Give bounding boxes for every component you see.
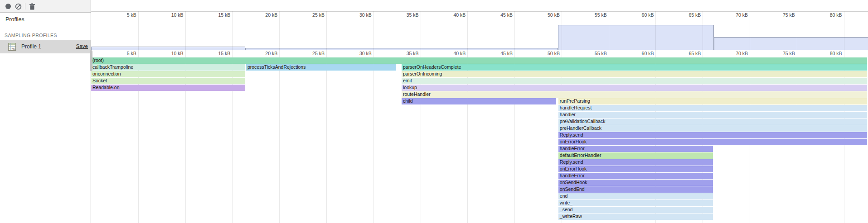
flame-frame-callbacktrampoline[interactable]: callbackTrampoline — [91, 64, 245, 71]
flame-gridline — [326, 50, 327, 223]
flame-ruler-tick-label: 40 kB — [453, 51, 467, 56]
overview-ruler-tick-label: 25 kB — [312, 12, 326, 18]
overview-ruler-tick-label: 75 kB — [783, 12, 797, 18]
clear-icon — [15, 3, 22, 10]
flame-ruler-tick-label: 75 kB — [783, 51, 797, 56]
flame-ruler-tick-label: 65 kB — [689, 51, 703, 56]
flame-frame-routehandler[interactable]: routeHandler — [402, 91, 867, 98]
overview-ruler-tick-label: 50 kB — [548, 12, 562, 18]
flame-ruler-tick-label: 70 kB — [736, 51, 750, 56]
flame-frame-prehandlercallback[interactable]: preHandlerCallback — [558, 125, 867, 132]
overview-ruler-tick-label: 65 kB — [689, 12, 703, 18]
flame-frame-processticksandrejections[interactable]: processTicksAndRejections — [246, 64, 396, 71]
flame-chart-pane: 5 kB5 kB10 kB10 kB15 kB15 kB20 kB20 kB25… — [91, 0, 868, 223]
flame-ruler-tick-label: 35 kB — [407, 51, 421, 56]
overview-segment[interactable] — [558, 25, 714, 50]
overview-ruler-tick-label: 40 kB — [453, 12, 467, 18]
flame-frame--writeraw[interactable]: _writeRaw — [558, 214, 713, 220]
save-profile-link[interactable]: Save — [76, 43, 88, 49]
vertical-scrollbar-thumb[interactable] — [90, 50, 92, 71]
record-button[interactable] — [4, 2, 12, 10]
profiler-window: { "toolbar": { "view_selector_label": "C… — [0, 0, 868, 223]
flame-frame-onerrorhook[interactable]: onErrorHook — [558, 166, 713, 172]
profile-icon: % — [8, 43, 16, 51]
toolbar-separator — [25, 3, 25, 9]
flame-frame-readable-on[interactable]: Readable.on — [91, 85, 245, 91]
flame-gridline — [373, 50, 374, 223]
flame-ruler-tick-label: 10 kB — [171, 51, 185, 56]
overview-gridline — [326, 11, 327, 50]
flame-frame-handleerror[interactable]: handleError — [558, 146, 713, 152]
flame-frame-onconnection[interactable]: onconnection — [91, 71, 245, 77]
overview-ruler-tick-label: 55 kB — [595, 12, 609, 18]
flame-ruler-tick-label: 45 kB — [500, 51, 514, 56]
page-title: Profiles — [5, 16, 24, 23]
overview-gridline — [232, 11, 233, 50]
overview-ruler-tick-label: 35 kB — [407, 12, 421, 18]
sampling-profiles-section-header: SAMPLING PROFILES — [5, 33, 57, 38]
overview-ruler-tick-label: 70 kB — [736, 12, 750, 18]
flame-ruler-tick-label: 30 kB — [359, 51, 373, 56]
flame-frame-reply-send[interactable]: Reply.send — [558, 159, 713, 166]
flame-frame-emit[interactable]: emit — [402, 78, 867, 84]
overview-ruler-tick-label: 80 kB — [830, 12, 844, 18]
sidebar-item-profile-1[interactable]: % Profile 1 Save — [0, 40, 91, 53]
trash-icon — [29, 3, 35, 10]
flame-frame-defaulterrorhandler[interactable]: defaultErrorHandler — [558, 152, 713, 159]
flame-frame-lookup[interactable]: lookup — [402, 85, 867, 91]
flame-frame-handleerror[interactable]: handleError — [558, 173, 713, 179]
flame-frame-reply-send[interactable]: Reply.send — [558, 132, 867, 138]
overview-ruler-tick-label: 45 kB — [500, 12, 514, 18]
flame-frame-end[interactable]: end — [558, 193, 713, 199]
overview-gridline — [373, 11, 374, 50]
clear-all-button[interactable] — [14, 2, 22, 10]
overview-segment[interactable] — [91, 47, 245, 50]
overview-segment[interactable] — [245, 48, 558, 50]
flame-frame-onsendhook[interactable]: onSendHook — [558, 180, 713, 186]
svg-text:%: % — [12, 47, 15, 51]
flame-frame--root-[interactable]: (root) — [91, 57, 867, 64]
flame-ruler-tick-label: 55 kB — [595, 51, 609, 56]
toolbar — [0, 0, 91, 13]
flame-ruler-tick-label: 50 kB — [548, 51, 562, 56]
flame-frame-handlerequest[interactable]: handleRequest — [558, 105, 867, 111]
overview-ruler-tick-label: 60 kB — [642, 12, 656, 18]
flame-ruler-tick-label: 25 kB — [312, 51, 326, 56]
flame-frame-child[interactable]: child — [402, 98, 556, 104]
overview-ruler-tick-label: 5 kB — [127, 12, 138, 18]
overview-ruler-tick-label: 30 kB — [359, 12, 373, 18]
overview-gridline — [138, 11, 139, 50]
flame-frame-prevalidationcallback[interactable]: preValidationCallback — [558, 119, 867, 125]
flame-frame-write-[interactable]: write_ — [558, 200, 713, 206]
flame-ruler-tick-label: 20 kB — [265, 51, 279, 56]
chart-top-border — [91, 11, 868, 12]
delete-profile-button[interactable] — [28, 2, 36, 10]
flame-frame-onerrorhook[interactable]: onErrorHook — [558, 139, 867, 145]
sidebar: Profiles SAMPLING PROFILES % Profile 1 S… — [0, 13, 91, 223]
flame-frame-onsendend[interactable]: onSendEnd — [558, 186, 713, 193]
overview-ruler-tick-label: 20 kB — [265, 12, 279, 18]
flame-ruler-tick-label: 5 kB — [127, 51, 138, 56]
overview-gridline — [279, 11, 280, 50]
flame-frame-handler[interactable]: handler — [558, 112, 867, 118]
overview-ruler-tick-label: 15 kB — [218, 12, 233, 18]
record-icon — [5, 3, 11, 9]
flame-ruler-tick-label: 80 kB — [830, 51, 844, 56]
overview-gridline — [467, 11, 468, 50]
flame-gridline — [279, 50, 280, 223]
flame-ruler-tick-label: 15 kB — [218, 51, 233, 56]
flame-frame-runpreparsing[interactable]: runPreParsing — [558, 98, 867, 104]
overview-ruler-tick-label: 10 kB — [171, 12, 185, 18]
flame-frame-socket[interactable]: Socket — [91, 78, 245, 84]
overview-gridline — [185, 11, 186, 50]
overview-segment[interactable] — [714, 37, 868, 50]
flame-frame-parseronincoming[interactable]: parserOnIncoming — [402, 71, 867, 77]
flame-frame-parseronheaderscomplete[interactable]: parserOnHeadersComplete — [402, 64, 867, 71]
profile-name: Profile 1 — [21, 43, 41, 50]
overview-gridline — [514, 11, 515, 50]
overview-gridline — [421, 11, 421, 50]
flame-ruler-tick-label: 60 kB — [642, 51, 656, 56]
flame-frame--send[interactable]: _send — [558, 207, 713, 213]
